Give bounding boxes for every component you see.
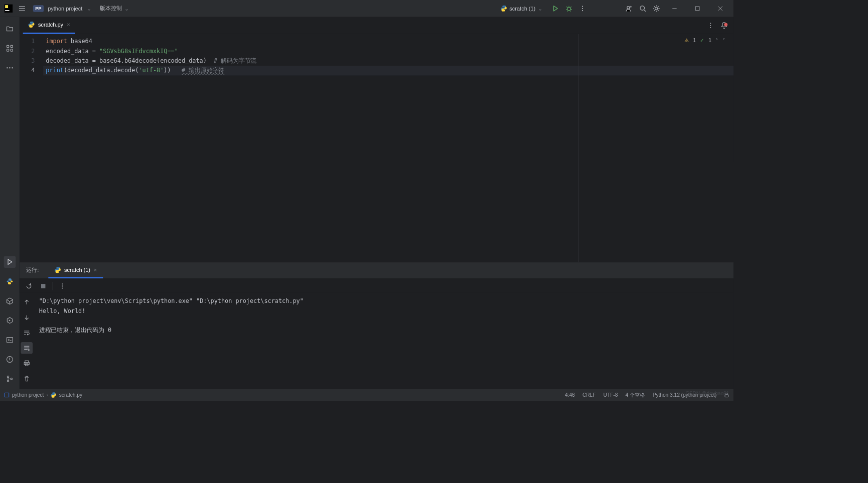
breadcrumb-root: python project <box>12 392 44 398</box>
chevron-right-icon: › <box>46 392 48 398</box>
chevron-down-icon: ⌄ <box>87 6 91 12</box>
svg-rect-29 <box>25 361 29 362</box>
print-icon[interactable] <box>21 357 33 369</box>
settings-icon[interactable] <box>651 4 661 14</box>
window-close-button[interactable] <box>710 0 730 17</box>
project-name: python project <box>46 6 84 12</box>
scroll-to-end-icon[interactable] <box>21 342 33 354</box>
window-maximize-button[interactable] <box>688 0 707 17</box>
tab-actions-icon[interactable] <box>705 20 715 30</box>
line-number[interactable]: 2 <box>20 46 43 56</box>
watermark: CSDN @doubao91 <box>685 390 729 396</box>
inspection-widget[interactable]: ⚠1 ✓1 ˄ ˅ <box>684 37 725 43</box>
close-tab-icon[interactable]: × <box>94 267 97 273</box>
project-tool-icon[interactable] <box>4 23 16 35</box>
chevron-down-icon[interactable]: ˅ <box>722 37 725 43</box>
svg-rect-9 <box>695 7 699 11</box>
line-number[interactable]: 4 <box>20 66 43 75</box>
run-tab-label: scratch (1) <box>64 267 90 273</box>
more-tools-icon[interactable] <box>4 62 16 74</box>
vcs-selector[interactable]: 版本控制 ⌄ <box>97 3 131 14</box>
right-margin-ruler <box>578 34 579 262</box>
structure-tool-icon[interactable] <box>4 43 16 55</box>
svg-point-2 <box>567 7 571 11</box>
notifications-icon[interactable] <box>719 20 729 30</box>
more-actions-icon[interactable] <box>577 4 588 14</box>
svg-point-24 <box>710 27 711 28</box>
chevron-up-icon[interactable]: ˄ <box>715 37 718 43</box>
vcs-label: 版本控制 <box>100 5 122 12</box>
python-file-icon <box>51 392 57 398</box>
file-encoding[interactable]: UTF-8 <box>604 392 618 398</box>
svg-point-28 <box>62 287 63 288</box>
svg-point-20 <box>7 380 9 382</box>
terminal-tool-icon[interactable] <box>4 334 16 346</box>
run-config-selector[interactable]: scratch (1) ⌄ <box>500 5 543 12</box>
python-icon <box>54 266 61 273</box>
vcs-tool-icon[interactable] <box>4 373 16 385</box>
svg-point-26 <box>62 283 63 284</box>
scroll-down-icon[interactable] <box>21 311 33 324</box>
services-icon[interactable] <box>4 314 16 327</box>
svg-point-15 <box>9 67 10 68</box>
indent-setting[interactable]: 4 个空格 <box>626 391 645 398</box>
run-panel-title: 运行: <box>26 267 45 274</box>
python-icon <box>500 5 507 12</box>
line-number[interactable]: 1 <box>20 37 43 46</box>
clear-icon[interactable] <box>21 373 33 385</box>
more-icon[interactable] <box>57 281 67 291</box>
python-packages-icon[interactable] <box>4 295 16 307</box>
svg-point-14 <box>7 67 8 68</box>
titlebar: PP python project ⌄ 版本控制 ⌄ scratch (1) ⌄ <box>0 0 734 17</box>
svg-point-22 <box>710 23 711 24</box>
main-column: scratch.py × 1 2 3 4 import base64 en <box>20 17 734 389</box>
run-button[interactable] <box>550 4 560 14</box>
line-separator[interactable]: CRLF <box>583 392 596 398</box>
code-area[interactable]: import base64 encoded_data = "SGVsbG8sIF… <box>43 34 734 262</box>
cursor-position[interactable]: 4:46 <box>565 392 575 398</box>
editor-tab-scratch[interactable]: scratch.py × <box>23 17 75 34</box>
warning-icon: ⚠ <box>684 37 689 43</box>
checkmark-icon: ✓ <box>700 37 704 43</box>
rerun-icon[interactable] <box>24 281 34 291</box>
search-icon[interactable] <box>638 4 648 14</box>
chevron-down-icon: ⌄ <box>538 6 542 12</box>
line-number[interactable]: 3 <box>20 56 43 66</box>
svg-rect-1 <box>5 5 8 8</box>
code-with-me-icon[interactable] <box>624 4 634 14</box>
scroll-up-icon[interactable] <box>21 296 33 308</box>
project-badge: PP <box>33 5 44 12</box>
run-toolbar <box>20 278 734 293</box>
svg-point-21 <box>11 378 12 380</box>
debug-button[interactable] <box>564 4 574 14</box>
run-side-toolbar <box>20 293 34 389</box>
svg-point-7 <box>640 6 644 10</box>
stop-icon[interactable] <box>38 281 48 291</box>
notification-dot <box>724 23 728 26</box>
close-tab-icon[interactable]: × <box>67 21 70 28</box>
soft-wrap-icon[interactable] <box>21 327 33 339</box>
svg-rect-32 <box>5 393 9 397</box>
svg-point-4 <box>582 8 583 9</box>
project-selector[interactable]: PP python project ⌄ <box>31 4 94 14</box>
editor-tabs: scratch.py × <box>20 17 734 34</box>
svg-point-27 <box>62 285 63 286</box>
svg-rect-13 <box>11 49 13 51</box>
hamburger-menu-icon[interactable] <box>17 4 27 14</box>
run-tool-icon[interactable] <box>4 256 16 268</box>
editor-tab-label: scratch.py <box>38 22 63 28</box>
run-tab-scratch[interactable]: scratch (1) × <box>48 262 103 278</box>
window-minimize-button[interactable] <box>665 0 684 17</box>
code-editor[interactable]: 1 2 3 4 import base64 encoded_data = "SG… <box>20 34 734 262</box>
chevron-down-icon: ⌄ <box>124 6 129 12</box>
gutter: 1 2 3 4 <box>20 34 43 262</box>
svg-point-8 <box>655 7 658 10</box>
python-console-icon[interactable] <box>4 275 16 287</box>
breadcrumb[interactable]: python project › scratch.py <box>4 392 82 398</box>
problems-tool-icon[interactable] <box>4 354 16 366</box>
app-logo-icon[interactable] <box>4 4 14 14</box>
python-file-icon <box>28 21 35 28</box>
svg-point-6 <box>627 7 630 9</box>
run-output[interactable]: "D:\python project\venv\Scripts\python.e… <box>34 293 734 389</box>
svg-point-23 <box>710 25 711 26</box>
